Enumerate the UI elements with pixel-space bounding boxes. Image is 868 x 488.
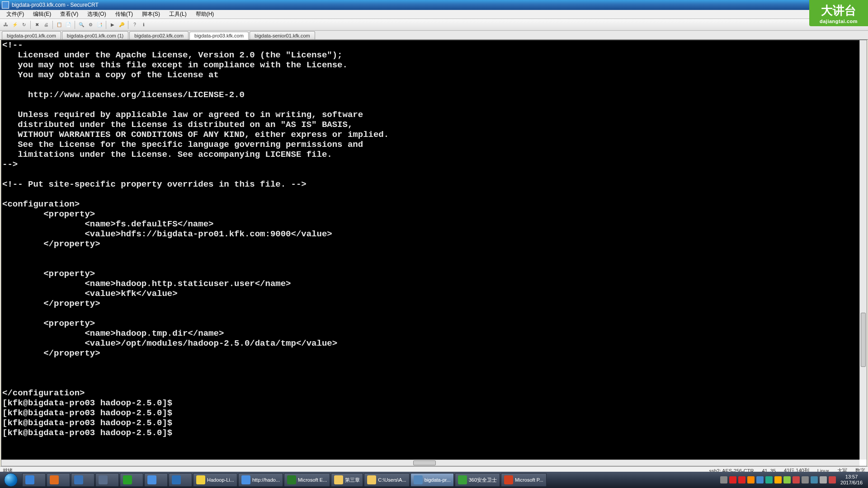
taskbar-item-label: Microsoft P...: [515, 477, 543, 483]
toolbar-help-icon[interactable]: ?: [131, 21, 139, 29]
session-tab[interactable]: bigdata-pro01.kfk.com: [2, 31, 61, 39]
taskbar-item[interactable]: [169, 473, 192, 487]
taskbar-item[interactable]: [120, 473, 143, 487]
tab-label: bigdata-pro01.kfk.com (1): [67, 33, 123, 38]
toolbar-disconnect-icon[interactable]: ✖: [33, 21, 41, 29]
tab-label: bigdata-senior01.kfk.com: [255, 33, 310, 38]
clock-date: 2017/6/16: [840, 480, 863, 486]
taskbar-item-icon: [123, 475, 132, 484]
taskbar-item-icon: [287, 475, 296, 484]
session-tab[interactable]: bigdata-pro01.kfk.com (1): [62, 31, 128, 39]
session-tabbar: bigdata-pro01.kfk.com bigdata-pro01.kfk.…: [0, 31, 868, 40]
tray-icon[interactable]: [783, 476, 791, 483]
taskbar-item[interactable]: [47, 473, 70, 487]
taskbar-item-icon: [99, 475, 108, 484]
taskbar-item[interactable]: Microsoft P...: [501, 473, 547, 487]
taskbar-item-icon: [504, 475, 513, 484]
toolbar-key-icon[interactable]: 🔑: [118, 21, 126, 29]
taskbar-item[interactable]: bigdata-pr...: [410, 473, 454, 487]
scrollbar-thumb[interactable]: [413, 460, 436, 465]
tray-icon[interactable]: [820, 476, 827, 483]
taskbar-item-icon: [147, 475, 156, 484]
taskbar-item-label: Microsoft E...: [298, 477, 327, 483]
taskbar-item-icon: [458, 475, 467, 484]
terminal-container: <!-- Licensed under the Apache License, …: [1, 40, 867, 466]
toolbar-properties-icon[interactable]: ⚙: [86, 21, 94, 29]
start-button[interactable]: [0, 472, 22, 488]
taskbar-item-icon: [25, 475, 34, 484]
taskbar-item-label: http://hado...: [252, 477, 280, 483]
tray-icon[interactable]: [747, 476, 755, 483]
toolbar-print-icon[interactable]: 🖨: [42, 21, 50, 29]
window-title: bigdata-pro03.kfk.com - SecureCRT: [12, 2, 99, 8]
terminal-output[interactable]: <!-- Licensed under the Apache License, …: [1, 40, 859, 460]
windows-taskbar: Hadoop-Li...http://hado...Microsoft E...…: [0, 472, 868, 488]
taskbar-item[interactable]: [22, 473, 46, 487]
toolbar-reconnect-icon[interactable]: ↻: [20, 21, 28, 29]
toolbar-separator: [52, 21, 53, 29]
tray-icon[interactable]: [765, 476, 773, 483]
tray-icon[interactable]: [774, 476, 782, 483]
tray-icon[interactable]: [811, 476, 818, 483]
tray-icon[interactable]: [802, 476, 809, 483]
toolbar-script-icon[interactable]: ▶: [108, 21, 117, 29]
taskbar-item-label: 第三章: [345, 477, 360, 483]
taskbar-item-icon: [414, 475, 423, 484]
taskbar-clock[interactable]: 13:57 2017/6/16: [838, 474, 865, 486]
toolbar: 🖧 ⚡ ↻ ✖ 🖨 📋 📄 🔍 ⚙ 📑 ▶ 🔑 ? ℹ: [0, 19, 868, 31]
toolbar-find-icon[interactable]: 🔍: [77, 21, 85, 29]
toolbar-about-icon[interactable]: ℹ: [140, 21, 148, 29]
toolbar-paste-icon[interactable]: 📄: [64, 21, 72, 29]
menubar: 文件(F) 编辑(E) 查看(V) 选项(O) 传输(T) 脚本(S) 工具(L…: [0, 10, 868, 19]
watermark-sub: dajiangtai.com: [820, 19, 858, 24]
menu-file[interactable]: 文件(F): [2, 9, 28, 19]
session-tab-active[interactable]: bigdata-pro03.kfk.com: [189, 32, 249, 40]
menu-tools[interactable]: 工具(L): [165, 9, 191, 19]
taskbar-item-icon: [74, 475, 83, 484]
taskbar-item-icon: [241, 475, 250, 484]
taskbar-item[interactable]: [95, 473, 119, 487]
tab-label: bigdata-pro01.kfk.com: [7, 33, 56, 38]
menu-edit[interactable]: 编辑(E): [28, 9, 56, 19]
taskbar-item-icon: [334, 475, 343, 484]
taskbar-item-icon: [196, 475, 205, 484]
menu-view[interactable]: 查看(V): [56, 9, 83, 19]
app-icon: [2, 1, 9, 9]
horizontal-scrollbar[interactable]: [1, 460, 859, 466]
tray-icon[interactable]: [756, 476, 764, 483]
watermark-main: 大讲台: [821, 3, 856, 19]
taskbar-item[interactable]: 360安全卫士: [455, 473, 500, 487]
menu-help[interactable]: 帮助(H): [191, 9, 219, 19]
session-tab[interactable]: bigdata-pro02.kfk.com: [129, 31, 189, 39]
taskbar-item-icon: [50, 475, 59, 484]
taskbar-item[interactable]: [71, 473, 94, 487]
taskbar-item-icon: [172, 475, 181, 484]
taskbar-item[interactable]: [144, 473, 168, 487]
taskbar-item[interactable]: Microsoft E...: [284, 473, 330, 487]
tray-icon[interactable]: [720, 476, 727, 483]
taskbar-item-icon: [367, 475, 376, 484]
taskbar-item[interactable]: C:\Users\A...: [364, 473, 409, 487]
menu-transfer[interactable]: 传输(T): [111, 9, 137, 19]
toolbar-connect-icon[interactable]: 🖧: [2, 21, 10, 29]
menu-options[interactable]: 选项(O): [83, 9, 110, 19]
session-tab[interactable]: bigdata-senior01.kfk.com: [250, 31, 315, 39]
taskbar-item[interactable]: 第三章: [331, 473, 363, 487]
toolbar-session-icon[interactable]: 📑: [95, 21, 104, 29]
vertical-scrollbar[interactable]: [859, 40, 867, 460]
tray-icon[interactable]: [793, 476, 800, 483]
toolbar-quick-connect-icon[interactable]: ⚡: [11, 21, 19, 29]
tray-icon[interactable]: [738, 476, 745, 483]
taskbar-item[interactable]: http://hado...: [238, 473, 283, 487]
toolbar-separator: [30, 21, 31, 29]
tray-icon[interactable]: [729, 476, 736, 483]
window-titlebar: bigdata-pro03.kfk.com - SecureCRT ─ □ ✕: [0, 0, 868, 10]
tray-icon[interactable]: [829, 476, 836, 483]
scrollbar-thumb[interactable]: [861, 313, 866, 367]
toolbar-copy-icon[interactable]: 📋: [55, 21, 63, 29]
windows-orb-icon: [4, 473, 18, 487]
taskbar-item[interactable]: Hadoop-Li...: [193, 473, 237, 487]
taskbar-item-label: C:\Users\A...: [378, 477, 406, 483]
toolbar-separator: [128, 21, 128, 29]
menu-script[interactable]: 脚本(S): [137, 9, 165, 19]
